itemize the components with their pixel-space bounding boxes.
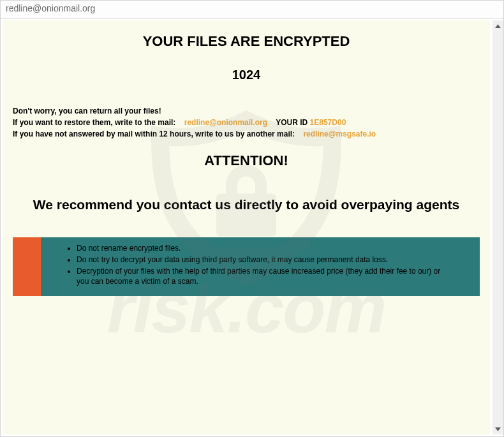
scroll-down-icon[interactable]	[493, 424, 503, 434]
info-block: Don't worry, you can return all your fil…	[13, 105, 480, 140]
watermark: risk.com	[61, 107, 431, 348]
info-line3-prefix: If you have not answered by mail within …	[13, 130, 295, 138]
warning-content: Do not rename encrypted files. Do not tr…	[41, 237, 480, 297]
list-item: Decryption of your files with the help o…	[77, 265, 454, 287]
recommend-heading: We recommend you contact us directly to …	[13, 188, 480, 222]
list-item: Do not try to decrypt your data using th…	[77, 254, 454, 265]
info-line2-prefix: If you want to restore them, write to th…	[13, 118, 175, 127]
your-id-label: YOUR ID	[276, 118, 308, 127]
info-line-3: If you have not answered by mail within …	[13, 128, 480, 140]
warning-box: Do not rename encrypted files. Do not tr…	[13, 237, 480, 297]
list-item: Do not rename encrypted files.	[77, 242, 454, 254]
contact-email-1: redline@onionmail.org	[184, 118, 267, 127]
window-title-text: redline@onionmail.org	[6, 3, 95, 13]
content-wrapper: risk.com YOUR FILES ARE ENCRYPTED 1024 D…	[1, 19, 503, 436]
main-heading: YOUR FILES ARE ENCRYPTED	[13, 33, 480, 50]
scroll-up-icon[interactable]	[493, 20, 503, 31]
warning-list: Do not rename encrypted files. Do not tr…	[66, 242, 454, 288]
content-area: risk.com YOUR FILES ARE ENCRYPTED 1024 D…	[3, 20, 490, 434]
attention-heading: ATTENTION!	[13, 152, 480, 169]
window-titlebar: redline@onionmail.org	[1, 1, 503, 19]
info-line-1: Don't worry, you can return all your fil…	[13, 105, 480, 117]
info-line-2: If you want to restore them, write to th…	[13, 117, 480, 128]
ransom-note-window: redline@onionmail.org risk.com YOUR FILE…	[0, 0, 504, 437]
scrollbar[interactable]	[493, 20, 503, 434]
warning-accent-bar	[13, 237, 41, 297]
contact-email-2: redline@msgsafe.io	[303, 130, 376, 138]
your-id-value: 1E857D00	[310, 118, 346, 127]
number-heading: 1024	[13, 68, 480, 82]
